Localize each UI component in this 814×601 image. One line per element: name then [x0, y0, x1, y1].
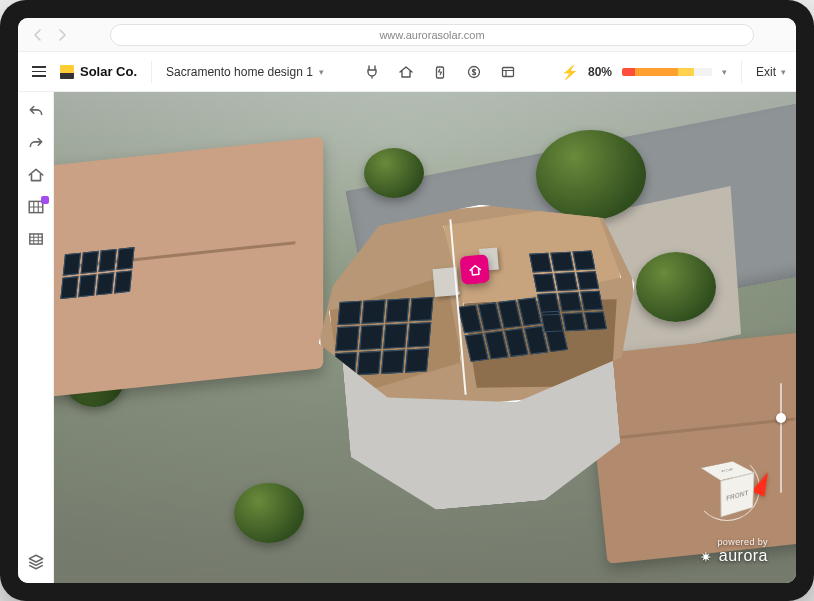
- neighbor-house: [54, 137, 323, 398]
- bolt-icon: ⚡: [561, 64, 578, 80]
- left-tool-rail: [18, 92, 54, 583]
- browser-nav: [30, 27, 70, 43]
- app-toolbar: Solar Co. Sacramento home design 1 ▾: [18, 52, 796, 92]
- svg-rect-4: [29, 234, 41, 244]
- tilt-slider[interactable]: [780, 383, 782, 493]
- grid-icon: [27, 230, 45, 248]
- house-icon: [27, 166, 45, 184]
- layout-icon: [500, 64, 516, 80]
- site-model-button[interactable]: [27, 166, 45, 184]
- home-marker[interactable]: [460, 254, 490, 284]
- layers-button[interactable]: [27, 553, 45, 571]
- design-canvas[interactable]: TOP FRONT RIGHT powered by aurora: [54, 92, 796, 583]
- undo-icon: [27, 102, 45, 120]
- attribution: powered by aurora: [699, 537, 768, 565]
- redo-icon: [27, 134, 45, 152]
- pricing-tool[interactable]: [466, 64, 482, 80]
- storage-tool[interactable]: [432, 64, 448, 80]
- editor-main: TOP FRONT RIGHT powered by aurora: [18, 92, 796, 583]
- chevron-down-icon: ▾: [781, 67, 786, 77]
- panel-placement-button[interactable]: [27, 198, 45, 216]
- plug-icon: [364, 64, 380, 80]
- arrow-right-icon: [54, 27, 70, 43]
- tree: [364, 148, 424, 198]
- energy-offset-value: 80%: [588, 65, 612, 79]
- tilt-slider-knob[interactable]: [776, 413, 786, 423]
- chimney: [433, 267, 459, 297]
- panel-grid-button[interactable]: [27, 230, 45, 248]
- brand-mark-icon: [60, 65, 74, 79]
- url-text: www.aurorasolar.com: [379, 29, 484, 41]
- undo-button[interactable]: [27, 102, 45, 120]
- attribution-prefix: powered by: [699, 537, 768, 547]
- forward-button[interactable]: [54, 27, 70, 43]
- brand-logo[interactable]: Solar Co.: [60, 64, 137, 79]
- browser-bar: www.aurorasolar.com: [18, 18, 796, 52]
- arrow-left-icon: [30, 27, 46, 43]
- back-button[interactable]: [30, 27, 46, 43]
- dollar-icon: [466, 64, 482, 80]
- toolbar-right: ⚡ 80% ▾ Exit ▾: [561, 61, 786, 83]
- menu-button[interactable]: [28, 62, 50, 81]
- battery-icon: [432, 64, 448, 80]
- separator: [151, 61, 152, 83]
- project-name-label: Sacramento home design 1: [166, 65, 313, 79]
- home-icon: [398, 64, 414, 80]
- panel-grid-icon: [27, 198, 45, 216]
- tree: [234, 483, 304, 543]
- attribution-brand: aurora: [719, 547, 768, 565]
- redo-button[interactable]: [27, 134, 45, 152]
- url-bar[interactable]: www.aurorasolar.com: [110, 24, 754, 46]
- layers-icon: [27, 553, 45, 571]
- chevron-down-icon: ▾: [319, 67, 324, 77]
- tablet-frame: www.aurorasolar.com Solar Co. Sacramento…: [0, 0, 814, 601]
- primary-house-model[interactable]: [300, 173, 667, 531]
- project-selector[interactable]: Sacramento home design 1 ▾: [166, 65, 324, 79]
- svg-rect-2: [502, 67, 513, 76]
- orientation-cube[interactable]: TOP FRONT RIGHT: [710, 467, 743, 510]
- exit-button[interactable]: Exit ▾: [756, 65, 786, 79]
- home-tool[interactable]: [398, 64, 414, 80]
- separator: [741, 61, 742, 83]
- screen: www.aurorasolar.com Solar Co. Sacramento…: [18, 18, 796, 583]
- exit-label: Exit: [756, 65, 776, 79]
- chevron-down-icon[interactable]: ▾: [722, 67, 727, 77]
- consumption-tool[interactable]: [364, 64, 380, 80]
- panel-array[interactable]: [333, 297, 433, 376]
- docs-tool[interactable]: [500, 64, 516, 80]
- toolbar-mode-icons: [364, 64, 516, 80]
- view-cube[interactable]: TOP FRONT RIGHT: [702, 463, 752, 513]
- aurora-logo-icon: [699, 549, 713, 563]
- home-icon: [467, 261, 483, 277]
- neighbor-panel-array: [60, 247, 134, 299]
- energy-offset-meter: [622, 68, 712, 76]
- brand-name: Solar Co.: [80, 64, 137, 79]
